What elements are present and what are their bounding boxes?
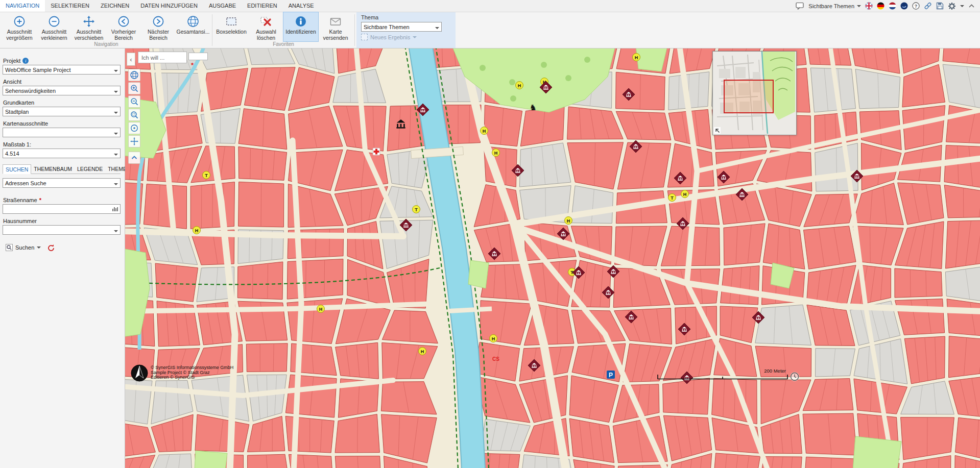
strassenname-label: Straßenname [3,197,37,203]
settings-caret-icon[interactable] [960,5,964,9]
visible-themes-label: Sichtbare Themen [808,3,854,9]
ribbon-toolbar: Ausschnitt vergrößern Ausschnitt verklei… [0,12,980,48]
menu-tab-analyse[interactable]: ANALYSE [283,0,320,12]
map-marker-theater: T [203,171,210,179]
chevron-down-icon [114,230,118,234]
info-icon[interactable]: i [22,58,29,64]
zoom-out-button[interactable]: Ausschnitt verkleinern [37,12,71,41]
ribbon-group-label-navigation: Navigation [2,41,210,48]
menu-tab-zeichnen[interactable]: ZEICHNEN [95,0,135,12]
input-picker-icon[interactable] [112,207,118,211]
suchen-button[interactable]: Suchen [3,243,44,252]
map-pan-button[interactable] [128,135,140,147]
search-type-select[interactable]: Adressen Suche [3,178,121,188]
ich-will-mini-input[interactable] [188,53,208,60]
flag-nl-icon[interactable] [889,2,896,11]
map-marker-hotel: H [516,82,523,89]
chevron-down-icon [114,133,118,137]
tab-suchen[interactable]: SUCHEN [3,164,31,174]
menu-tab-editieren[interactable]: EDITIEREN [242,0,283,12]
projekt-select[interactable]: WebOffice Sample Project [3,65,121,75]
menu-tab-selektieren[interactable]: SELEKTIEREN [45,0,95,12]
help-icon[interactable]: ? [912,2,920,11]
collapse-ribbon-icon[interactable] [968,2,975,11]
send-map-button[interactable]: Karte versenden [318,12,353,41]
menu-tab-navigation[interactable]: NAVIGATION [0,0,45,12]
menubar-right-tools: Sichtbare Themen ? [796,0,980,12]
overview-map-canvas [713,52,795,134]
projekt-select-value: WebOffice Sample Project [5,67,71,73]
svg-text:H: H [635,55,638,60]
ich-will-search-box[interactable]: Ich will ... [138,52,187,63]
hausnummer-select[interactable] [3,225,121,235]
visible-themes-dropdown[interactable]: Sichtbare Themen [808,3,861,9]
link-icon[interactable] [924,2,932,11]
next-extent-button[interactable]: Nächster Bereich [141,12,176,41]
ansicht-select[interactable]: Sehenswürdigkeiten [3,86,121,95]
app-globe-icon[interactable] [900,2,908,11]
flag-de-icon[interactable] [877,2,885,11]
previous-extent-icon [117,14,130,29]
thema-panel: Thema Sichtbare Themen Neues Ergebnis [356,12,456,48]
massstab-combo[interactable]: 4.514 [3,149,121,158]
map-zoom-window-button[interactable] [128,109,140,121]
map-zoom-out-button[interactable] [128,95,140,108]
full-extent-label: Gesamtansi... [177,29,210,35]
save-icon[interactable] [936,2,944,11]
chevron-down-icon [114,183,118,187]
send-map-label: Karte versenden [318,29,353,41]
clear-selection-button[interactable]: Auswahl löschen [249,12,283,41]
reset-search-icon[interactable] [47,244,55,251]
zoom-out-icon [47,14,61,29]
hausnummer-label: Hausnummer [3,218,37,224]
zoom-in-button[interactable]: Ausschnitt vergrößern [2,12,37,41]
map-viewport[interactable]: HHHHHHHHHHHTTTT♞PCS ‹ Ich will ... * [125,48,980,468]
ich-will-required-mark: * [191,61,194,69]
tab-legende[interactable]: LEGENDE [75,164,105,174]
box-selection-button[interactable]: Boxselektion [214,12,249,41]
identify-button[interactable]: Identifizieren [283,12,318,41]
map-center-button[interactable] [128,122,140,134]
map-home-globe-button[interactable] [128,69,140,81]
next-extent-label: Nächster Bereich [141,29,176,41]
collapse-panel-button[interactable]: ‹ [127,53,135,66]
north-arrow-compass [130,364,149,382]
map-canvas[interactable]: HHHHHHHHHHHTTTT♞PCS [125,48,980,468]
ribbon-group-favoriten: Boxselektion Auswahl löschen Identifizie… [214,12,353,48]
copyright-line-3: Editieren © SynerGIS [151,375,233,380]
grundkarten-label: Grundkarten [3,100,34,106]
map-toolbar-collapse-button[interactable] [128,152,140,164]
map-marker-red-cross [373,148,380,155]
ansicht-select-value: Sehenswürdigkeiten [5,88,56,94]
full-extent-button[interactable]: Gesamtansi... [176,12,210,41]
identify-label: Identifizieren [285,29,316,35]
massstab-value: 4.514 [5,151,19,157]
flag-uk-icon[interactable] [865,2,873,11]
kartenausschnitte-select[interactable] [3,128,121,137]
previous-extent-button[interactable]: Vorheriger Bereich [106,12,141,41]
speech-bubble-icon[interactable] [796,2,804,11]
next-extent-icon [152,14,165,29]
map-marker-hotel: H [481,127,488,135]
map-marker-theater: T [413,206,420,213]
strassenname-input[interactable] [3,204,121,214]
svg-text:T: T [415,207,418,212]
overview-map[interactable] [712,51,797,135]
map-zoom-in-button[interactable] [128,82,140,94]
thema-select[interactable]: Sichtbare Themen [361,22,442,32]
time-slider-clock-icon[interactable] [790,372,799,381]
menu-tab-ausgabe[interactable]: AUSGABE [203,0,242,12]
previous-extent-label: Vorheriger Bereich [106,29,141,41]
menu-tab-daten-hinzufuegen[interactable]: DATEN HINZUFÜGEN [135,0,203,12]
chevron-down-icon [114,112,118,116]
map-marker-parking: P [607,371,615,379]
tab-themenbaum[interactable]: THEMENBAUM [31,164,75,174]
svg-text:H: H [492,336,495,341]
settings-gear-icon[interactable] [948,2,956,11]
grundkarten-select[interactable]: Stadtplan [3,107,121,116]
map-marker-hotel: H [419,348,426,355]
pan-button[interactable]: Ausschnitt verschieben [71,12,106,41]
map-marker-hotel: H [193,227,201,234]
overview-expand-icon[interactable] [714,127,721,134]
svg-text:P: P [609,372,613,379]
